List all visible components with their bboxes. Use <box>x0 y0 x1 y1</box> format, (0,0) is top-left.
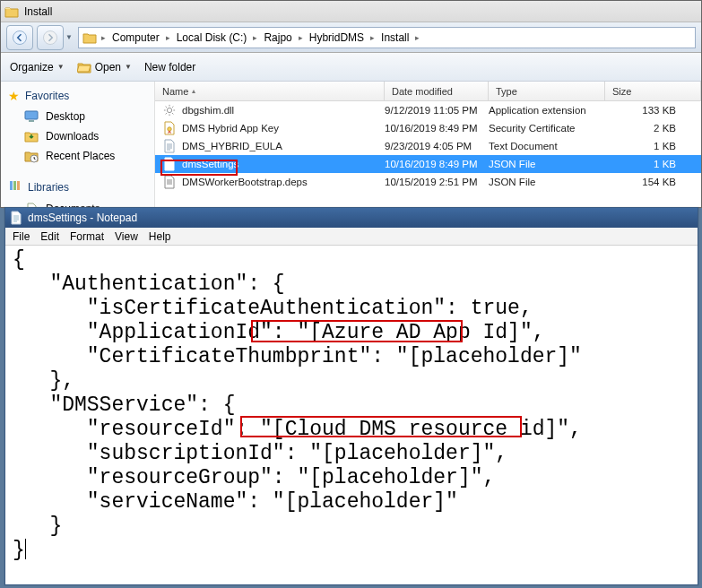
menu-help[interactable]: Help <box>149 230 171 243</box>
explorer-window: Install ▼ ▸ Computer▸ Local Disk (C:)▸ R… <box>0 0 702 208</box>
table-row[interactable]: DMS_HYBRID_EULA9/23/2019 4:05 PMText Doc… <box>155 137 701 155</box>
svg-point-8 <box>167 108 171 112</box>
desktop-icon <box>24 109 39 124</box>
folder-icon <box>82 31 97 44</box>
notepad-titlebar: dmsSettings - Notepad <box>5 208 698 228</box>
sidebar-item-documents[interactable]: Documents <box>8 199 147 207</box>
col-type[interactable]: Type <box>489 82 605 100</box>
sidebar-item-downloads[interactable]: Downloads <box>8 126 147 146</box>
favorites-header[interactable]: ★ Favorites <box>8 89 147 103</box>
file-type: JSON File <box>489 159 605 169</box>
file-date: 9/23/2019 4:05 PM <box>385 141 489 151</box>
new-folder-button[interactable]: New folder <box>144 61 195 74</box>
svg-point-1 <box>44 30 57 44</box>
file-name: DMS Hybrid App Key <box>182 123 279 134</box>
window-title: Install <box>24 5 52 18</box>
file-size: 2 KB <box>605 123 701 134</box>
col-size[interactable]: Size <box>605 82 701 100</box>
notepad-icon <box>10 211 22 225</box>
file-type: JSON File <box>489 177 605 187</box>
notepad-window: dmsSettings - Notepad File Edit Format V… <box>4 207 698 585</box>
svg-rect-7 <box>17 181 20 190</box>
explorer-toolbar: Organize▼ Open▼ New folder <box>1 53 701 82</box>
file-list: Name▴ Date modified Type Size dbgshim.dl… <box>155 82 701 207</box>
file-date: 10/16/2019 8:49 PM <box>385 159 489 169</box>
file-type: Text Document <box>489 141 605 151</box>
file-type: Application extension <box>489 105 605 116</box>
menu-format[interactable]: Format <box>70 230 104 243</box>
libraries-header[interactable]: Libraries <box>8 178 147 195</box>
library-icon <box>8 178 22 195</box>
svg-rect-3 <box>29 120 34 122</box>
text-caret <box>25 539 26 559</box>
file-date: 9/12/2019 11:05 PM <box>385 105 489 116</box>
path-seg[interactable]: Computer <box>110 31 161 44</box>
open-icon <box>77 61 91 74</box>
recent-places-icon <box>24 149 39 163</box>
organize-button[interactable]: Organize▼ <box>10 61 65 74</box>
history-dropdown[interactable]: ▼ <box>65 33 74 41</box>
svg-point-0 <box>13 30 27 44</box>
file-date: 10/15/2019 2:51 PM <box>385 177 489 187</box>
col-date[interactable]: Date modified <box>385 82 489 100</box>
menu-view[interactable]: View <box>115 230 138 243</box>
star-icon: ★ <box>8 89 20 103</box>
table-row[interactable]: DMSWorkerBootstrap.deps10/15/2019 2:51 P… <box>155 173 701 191</box>
file-icon <box>162 103 177 117</box>
file-icon <box>162 175 177 189</box>
file-icon <box>162 121 177 135</box>
file-size: 1 KB <box>605 159 701 169</box>
path-seg[interactable]: Install <box>379 31 411 44</box>
breadcrumb[interactable]: ▸ Computer▸ Local Disk (C:)▸ Rajpo▸ Hybr… <box>78 27 696 48</box>
svg-rect-5 <box>10 181 13 190</box>
sidebar-item-desktop[interactable]: Desktop <box>8 107 147 126</box>
back-button[interactable] <box>6 25 33 50</box>
notepad-title-text: dmsSettings - Notepad <box>28 212 137 224</box>
svg-rect-2 <box>25 111 38 119</box>
highlight-resourceid <box>240 416 522 437</box>
downloads-icon <box>24 129 39 143</box>
menu-edit[interactable]: Edit <box>40 230 59 243</box>
highlight-file <box>160 160 238 176</box>
table-row[interactable]: DMS Hybrid App Key10/16/2019 8:49 PMSecu… <box>155 119 701 137</box>
svg-point-9 <box>168 127 171 131</box>
col-name[interactable]: Name▴ <box>155 82 385 100</box>
highlight-appid <box>251 320 463 342</box>
column-headers[interactable]: Name▴ Date modified Type Size <box>155 82 701 101</box>
table-row[interactable]: dbgshim.dll9/12/2019 11:05 PMApplication… <box>155 101 701 119</box>
notepad-menubar: File Edit Format View Help <box>5 228 698 246</box>
file-type: Security Certificate <box>489 123 605 134</box>
file-icon <box>162 139 177 153</box>
path-seg[interactable]: Rajpo <box>262 31 293 44</box>
menu-file[interactable]: File <box>13 230 30 243</box>
nav-pane: ★ Favorites Desktop Downloads Recent Pl <box>1 82 155 207</box>
path-seg[interactable]: Local Disk (C:) <box>175 31 249 44</box>
forward-button[interactable] <box>37 25 64 50</box>
folder-icon <box>4 5 19 18</box>
path-bar: ▼ ▸ Computer▸ Local Disk (C:)▸ Rajpo▸ Hy… <box>1 22 701 53</box>
file-size: 1 KB <box>605 141 701 151</box>
notepad-text-area[interactable]: { "Authentication": { "isCertificateAuth… <box>5 246 698 584</box>
file-name: DMS_HYBRID_EULA <box>182 141 282 151</box>
open-button[interactable]: Open▼ <box>77 61 132 74</box>
file-date: 10/16/2019 8:49 PM <box>385 123 489 134</box>
file-size: 133 KB <box>605 105 701 116</box>
sidebar-item-recent-places[interactable]: Recent Places <box>8 146 147 166</box>
file-name: DMSWorkerBootstrap.deps <box>182 177 308 187</box>
file-name: dbgshim.dll <box>182 105 234 116</box>
explorer-titlebar: Install <box>1 1 701 22</box>
svg-rect-6 <box>13 181 16 190</box>
path-seg[interactable]: HybridDMS <box>308 31 366 44</box>
file-size: 154 KB <box>605 177 701 187</box>
